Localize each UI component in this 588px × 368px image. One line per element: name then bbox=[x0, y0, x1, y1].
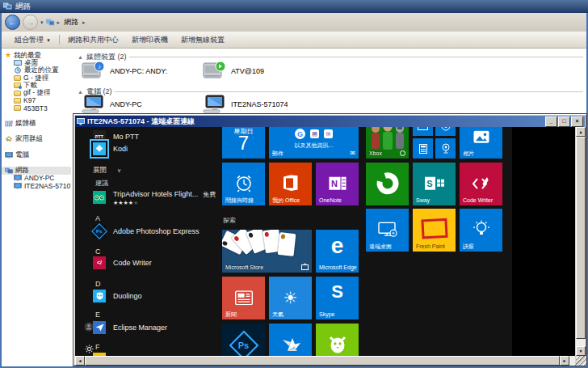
explorer-title: 網路 bbox=[15, 2, 31, 12]
network-sharing-center-button[interactable]: 網路和共用中心 bbox=[61, 33, 125, 47]
recent-pages-dropdown-icon[interactable]: ▾ bbox=[40, 19, 44, 26]
tile-small-camera[interactable] bbox=[435, 138, 456, 159]
tile-small-calculator[interactable] bbox=[413, 138, 433, 159]
tile-skype[interactable]: S Skype bbox=[316, 277, 359, 319]
folder-icon bbox=[14, 75, 21, 81]
scroll-right-button[interactable]: ► bbox=[560, 356, 569, 366]
vertical-scroll-thumb[interactable] bbox=[576, 137, 586, 339]
section-letter-d[interactable]: D bbox=[95, 280, 101, 288]
tile-duolingo[interactable] bbox=[316, 324, 359, 356]
app-item-tripadvisor[interactable]: TripAdvisor Hotels Flight... 免費 ★★★★★ bbox=[93, 188, 216, 207]
sidebar-item-network[interactable]: 網路 bbox=[2, 167, 71, 174]
tile-fresh-paint[interactable]: Fresh Paint bbox=[413, 209, 456, 252]
scroll-down-button[interactable]: ▼ bbox=[576, 346, 586, 356]
add-printer-button[interactable]: 新增印表機 bbox=[125, 33, 174, 47]
computer-icon bbox=[202, 94, 226, 115]
section-letter-c[interactable]: C bbox=[95, 247, 101, 256]
onenote-lines bbox=[341, 176, 346, 189]
tile-paper-crane[interactable] bbox=[269, 324, 312, 356]
computer-icon bbox=[14, 183, 22, 189]
organize-button[interactable]: 組合管理▼ bbox=[8, 33, 57, 47]
app-item-eclipse-manager[interactable]: Eclipse Manager bbox=[93, 320, 167, 334]
remote-desktop-window[interactable]: ITE2NAS-571074 - 遠端桌面連線 _ □ × PTT Mo PTT bbox=[73, 113, 587, 366]
tile-label: Skype bbox=[319, 311, 334, 318]
sidebar-item-andy-pc[interactable]: ANDY-PC bbox=[2, 175, 71, 182]
vertical-scrollbar[interactable]: ▲ ▼ bbox=[576, 127, 586, 356]
sidebar-item-gif-shortcut[interactable]: gif - 捷徑 bbox=[2, 89, 71, 96]
maximize-button[interactable]: □ bbox=[558, 116, 570, 127]
media-device-icon: ♪ bbox=[81, 60, 105, 82]
app-item-duolingo[interactable]: Duolingo bbox=[93, 289, 142, 302]
tile-small-disc[interactable] bbox=[435, 127, 456, 136]
sidebar-item-k97[interactable]: K97 bbox=[2, 97, 71, 104]
app-label: Mo PTT bbox=[113, 133, 139, 141]
tile-news[interactable]: 新聞 bbox=[222, 277, 265, 319]
chevron-right-icon: ▸ bbox=[57, 19, 61, 26]
remote-desktop-viewport[interactable]: PTT Mo PTT Kodi 展開 ∨ 建議 TripAd bbox=[75, 127, 575, 356]
computer-item[interactable]: ITE2NAS-571074 bbox=[202, 94, 288, 115]
add-wireless-device-button[interactable]: 新增無線裝置 bbox=[174, 33, 231, 47]
breadcrumb[interactable]: 網路 bbox=[64, 17, 78, 27]
tile-weather[interactable]: ☀ 天氣 bbox=[269, 277, 312, 319]
sidebar-label: ITE2NAS-571074 bbox=[24, 182, 71, 190]
minimize-button[interactable]: _ bbox=[545, 116, 557, 127]
collapse-arrow-icon[interactable]: ▲ bbox=[78, 54, 83, 60]
scroll-left-button[interactable]: ◄ bbox=[75, 356, 85, 366]
onenote-logo: N bbox=[329, 176, 346, 189]
horizontal-scroll-thumb[interactable] bbox=[85, 356, 560, 366]
app-item-kodi[interactable]: Kodi bbox=[93, 142, 128, 155]
forward-button[interactable]: → bbox=[23, 15, 38, 30]
sidebar-item-453bt3[interactable]: 453BT3 bbox=[2, 104, 71, 112]
suggested-header: 建議 bbox=[95, 179, 108, 188]
resize-grip[interactable] bbox=[576, 356, 586, 366]
tile-sway[interactable]: S Sway bbox=[413, 163, 456, 205]
tile-xbox[interactable]: Xbox bbox=[366, 127, 409, 159]
chevron-right-icon[interactable]: ▸ bbox=[82, 19, 86, 26]
tile-green-app[interactable] bbox=[366, 163, 409, 205]
sidebar-item-ite2nas[interactable]: ITE2NAS-571074 bbox=[2, 182, 71, 189]
computer-item[interactable]: ANDY-PC bbox=[81, 94, 142, 115]
tile-small-folder[interactable] bbox=[413, 127, 433, 136]
shopping-bag-icon bbox=[301, 263, 309, 270]
sidebar-item-homegroup[interactable]: 家用群組 bbox=[2, 136, 71, 143]
tile-alarms[interactable]: 鬧鐘與時鐘 bbox=[222, 163, 265, 205]
tile-photoshop-express[interactable]: Ps bbox=[222, 324, 265, 356]
scroll-up-button[interactable]: ▲ bbox=[576, 127, 586, 137]
tile-photos[interactable]: 相片 bbox=[460, 127, 502, 159]
sidebar-item-libraries[interactable]: 媒體櫃 bbox=[2, 120, 71, 127]
calendar-date: 7 bbox=[222, 133, 265, 153]
section-letter-e[interactable]: E bbox=[95, 311, 100, 319]
app-item-photoshop-express[interactable]: Ps Adobe Photoshop Express bbox=[93, 224, 200, 238]
toolbar-separator bbox=[59, 35, 60, 44]
organize-label: 組合管理 bbox=[15, 36, 44, 44]
sidebar-label: 媒體櫃 bbox=[15, 119, 36, 129]
tile-code-writer[interactable]: Code Writer bbox=[460, 163, 502, 205]
tile-my-office[interactable]: 我的 Office bbox=[269, 163, 312, 205]
tile-tips[interactable]: 訣竅 bbox=[460, 209, 502, 252]
app-item-code-writer[interactable]: </ Code Writer bbox=[93, 256, 152, 269]
back-button[interactable]: ← bbox=[5, 15, 20, 30]
tile-microsoft-store[interactable]: Microsoft Store bbox=[222, 230, 312, 273]
tile-onenote[interactable]: N OneNote bbox=[316, 163, 359, 205]
svg-text:♪: ♪ bbox=[98, 63, 101, 70]
explorer-titlebar[interactable]: 網路 bbox=[0, 0, 588, 13]
loop-circle-icon bbox=[376, 171, 400, 195]
section-letter-f[interactable]: F bbox=[95, 343, 100, 351]
tile-calendar[interactable]: 星期日 7 bbox=[222, 127, 265, 159]
sidebar-label: 家用群組 bbox=[15, 134, 43, 144]
chevron-down-icon: ∨ bbox=[117, 167, 121, 174]
tile-microsoft-edge[interactable]: e Microsoft Edge bbox=[316, 230, 359, 273]
media-device-item[interactable]: ATV@109 bbox=[202, 60, 264, 82]
tile-remote-desktop[interactable]: 遠端桌面 bbox=[366, 209, 409, 252]
horizontal-scrollbar[interactable]: ◄ ► bbox=[75, 356, 575, 366]
expand-list-button[interactable]: 展開 ∨ bbox=[93, 163, 121, 177]
media-device-item[interactable]: ♪ ANDY-PC: ANDY: bbox=[81, 60, 167, 82]
close-button[interactable]: × bbox=[571, 116, 583, 127]
section-letter-a[interactable]: A bbox=[95, 214, 100, 222]
item-label: ANDY-PC bbox=[110, 100, 142, 108]
group-header-computers[interactable]: ▲ 電腦 (2) bbox=[78, 87, 583, 97]
rdp-titlebar[interactable]: ITE2NAS-571074 - 遠端桌面連線 _ □ × bbox=[75, 116, 585, 127]
sidebar-item-computer[interactable]: 電腦 bbox=[2, 151, 71, 159]
mail-account-icons: G ▤ ✉ bbox=[269, 129, 359, 139]
tile-mail[interactable]: G ▤ ✉ 以及其他資訊... 郵件 ✉ bbox=[269, 127, 359, 159]
